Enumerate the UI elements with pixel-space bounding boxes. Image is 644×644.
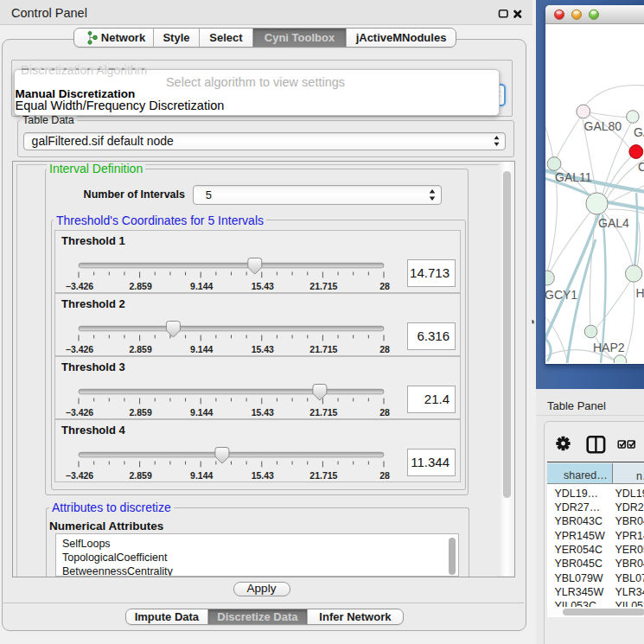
svg-text:HAP2: HAP2 [593, 341, 625, 354]
svg-text:C: C [638, 160, 644, 174]
svg-text:GAL11: GAL11 [555, 170, 592, 184]
svg-text:GAL80: GAL80 [584, 119, 622, 133]
svg-text:GA: GA [634, 125, 644, 139]
svg-text:H: H [636, 286, 644, 300]
svg-text:GCY1: GCY1 [545, 288, 577, 302]
svg-text:GAL4: GAL4 [598, 216, 629, 230]
